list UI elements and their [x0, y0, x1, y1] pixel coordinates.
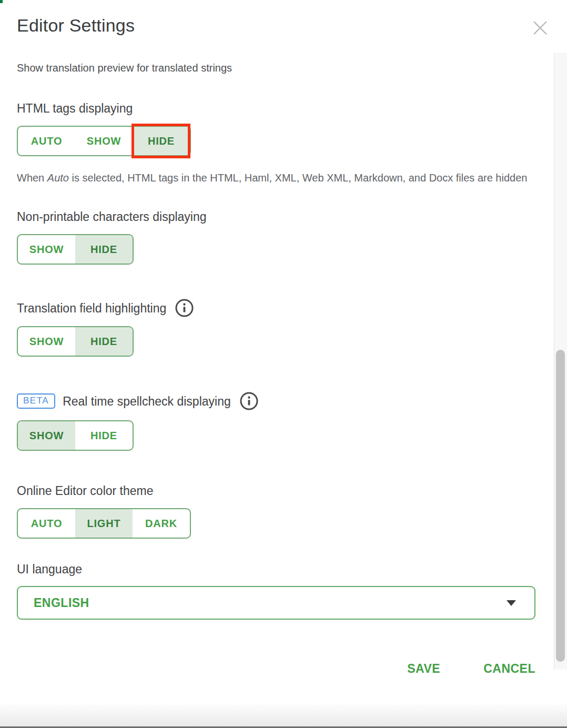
close-icon [531, 18, 550, 37]
heading-row: BETA Real time spellcheck displaying [17, 391, 535, 411]
modal-header: Editor Settings [0, 0, 567, 37]
setting-heading: HTML tags displaying [17, 101, 535, 116]
close-button[interactable] [530, 18, 550, 38]
desc-part: is selected, HTML tags in the HTML, Haml… [69, 172, 527, 184]
toggle-option-light[interactable]: LIGHT [75, 509, 133, 538]
toggle-option-dark[interactable]: DARK [133, 509, 190, 538]
save-button[interactable]: SAVE [407, 662, 440, 676]
toggle-option-hide[interactable]: HIDE [75, 235, 133, 264]
cancel-button[interactable]: CANCEL [483, 662, 535, 676]
setting-heading: Non-printable characters displaying [17, 209, 535, 224]
bottom-fade [0, 702, 567, 726]
modal-footer: SAVE CANCEL [17, 662, 535, 676]
toggle-option-show[interactable]: SHOW [75, 127, 133, 155]
toggle-option-hide[interactable]: HIDE [133, 127, 190, 155]
setting-non-printable: Non-printable characters displaying SHOW… [17, 209, 535, 265]
setting-heading: Translation field highlighting [17, 301, 166, 316]
heading-row: Translation field highlighting [17, 298, 535, 318]
toggle-non-printable: SHOW HIDE [17, 234, 134, 265]
ui-language-value: ENGLISH [34, 596, 89, 610]
toggle-group: SHOW HIDE [17, 326, 134, 357]
toggle-option-auto[interactable]: AUTO [18, 127, 75, 155]
toggle-color-theme: AUTO LIGHT DARK [17, 508, 191, 539]
toggle-field-highlight: SHOW HIDE [17, 326, 134, 357]
setting-field-highlight: Translation field highlighting SHOW HIDE [17, 298, 535, 357]
modal-body: Show translation preview for translated … [0, 61, 567, 676]
modal-title: Editor Settings [17, 14, 550, 37]
scrollbar-thumb[interactable] [556, 350, 565, 662]
toggle-option-hide[interactable]: HIDE [75, 327, 133, 356]
toggle-group: SHOW HIDE [17, 420, 134, 451]
chevron-down-icon [507, 600, 516, 606]
toggle-html-tags: AUTO SHOW HIDE [17, 126, 191, 156]
toggle-option-hide[interactable]: HIDE [75, 421, 133, 450]
toggle-group: AUTO SHOW HIDE [17, 126, 191, 156]
setting-ui-language: UI language ENGLISH [17, 562, 535, 620]
info-icon[interactable] [239, 391, 259, 411]
intro-text: Show translation preview for translated … [17, 61, 535, 75]
toggle-option-auto[interactable]: AUTO [18, 509, 75, 538]
ui-language-select[interactable]: ENGLISH [17, 586, 535, 620]
desc-part: When [17, 172, 47, 184]
setting-html-tags: HTML tags displaying AUTO SHOW HIDE When… [17, 101, 535, 187]
beta-badge: BETA [17, 393, 55, 409]
setting-description: When Auto is selected, HTML tags in the … [17, 168, 535, 187]
info-icon[interactable] [175, 298, 194, 318]
setting-heading: Real time spellcheck displaying [63, 394, 231, 409]
setting-color-theme: Online Editor color theme AUTO LIGHT DAR… [17, 483, 535, 539]
setting-heading: Online Editor color theme [17, 483, 535, 498]
toggle-option-show[interactable]: SHOW [18, 327, 75, 356]
toggle-spellcheck: SHOW HIDE [17, 420, 134, 451]
desc-italic: Auto [47, 172, 69, 184]
scrollbar-track[interactable] [554, 53, 567, 670]
toggle-option-show[interactable]: SHOW [18, 421, 75, 450]
toggle-group: SHOW HIDE [17, 234, 134, 265]
toggle-group: AUTO LIGHT DARK [17, 508, 191, 539]
setting-spellcheck: BETA Real time spellcheck displaying SHO… [17, 391, 535, 451]
toggle-option-show[interactable]: SHOW [18, 235, 75, 264]
setting-heading: UI language [17, 562, 535, 577]
